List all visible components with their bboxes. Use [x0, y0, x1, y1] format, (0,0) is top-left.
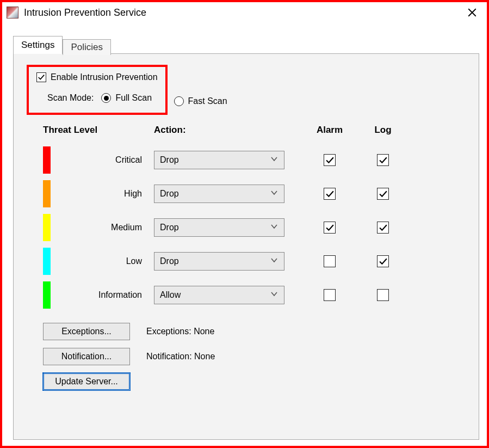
- action-value-information: Allow: [160, 290, 181, 300]
- threat-color-high: [43, 180, 51, 207]
- header-alarm: Alarm: [305, 125, 354, 136]
- scan-mode-full-radio[interactable]: Full Scan: [101, 93, 152, 103]
- update-server-button[interactable]: Update Server...: [43, 373, 130, 390]
- chevron-down-icon: [270, 222, 278, 233]
- action-value-critical: Drop: [160, 155, 179, 165]
- window-frame: Intrusion Prevention Service Settings Po…: [0, 0, 489, 448]
- action-value-high: Drop: [160, 189, 179, 199]
- threat-grid: Threat Level Action: Alarm Log CriticalD…: [27, 125, 466, 304]
- close-icon: [467, 8, 477, 17]
- title-bar: Intrusion Prevention Service: [2, 2, 487, 23]
- exceptions-button[interactable]: Exceptions...: [43, 323, 130, 340]
- log-checkbox-low[interactable]: [377, 255, 389, 267]
- threat-label-high: High: [63, 189, 144, 199]
- log-checkbox-critical[interactable]: [377, 154, 389, 166]
- chevron-down-icon: [270, 290, 278, 300]
- radio-selected-icon: [101, 93, 111, 103]
- notification-status: Notification: None: [146, 352, 466, 361]
- threat-color-critical: [43, 146, 51, 174]
- checkmark-icon: [38, 73, 45, 81]
- action-select-information[interactable]: Allow: [154, 286, 284, 304]
- header-threat-level: Threat Level: [43, 125, 144, 136]
- exceptions-status: Exceptions: None: [146, 327, 466, 336]
- tab-strip: Settings Policies: [13, 35, 479, 53]
- threat-label-low: Low: [63, 256, 144, 266]
- alarm-checkbox-low[interactable]: [324, 255, 336, 267]
- alarm-checkbox-medium[interactable]: [324, 222, 336, 234]
- scan-mode-label: Scan Mode:: [47, 93, 94, 103]
- alarm-checkbox-critical[interactable]: [324, 154, 336, 166]
- highlight-annotation: Enable Intrusion Prevention Scan Mode: F…: [27, 65, 168, 115]
- threat-label-medium: Medium: [63, 223, 144, 232]
- action-select-critical[interactable]: Drop: [154, 151, 284, 169]
- chevron-down-icon: [270, 188, 278, 199]
- client-area: Settings Policies Enable Intrusion Preve…: [13, 35, 479, 439]
- close-button[interactable]: [462, 2, 482, 23]
- alarm-checkbox-information[interactable]: [324, 289, 336, 301]
- threat-label-information: Information: [63, 290, 144, 300]
- log-checkbox-information[interactable]: [377, 289, 389, 301]
- threat-label-critical: Critical: [63, 155, 144, 165]
- app-icon: [7, 7, 18, 19]
- log-checkbox-high[interactable]: [377, 188, 389, 200]
- header-log: Log: [364, 125, 402, 136]
- notification-button[interactable]: Notification...: [43, 348, 130, 365]
- threat-color-low: [43, 248, 51, 275]
- action-select-high[interactable]: Drop: [154, 185, 284, 203]
- settings-panel: Enable Intrusion Prevention Scan Mode: F…: [13, 53, 479, 440]
- action-value-medium: Drop: [160, 223, 179, 232]
- tab-settings[interactable]: Settings: [13, 36, 63, 54]
- tab-policies[interactable]: Policies: [63, 39, 111, 55]
- chevron-down-icon: [270, 155, 278, 165]
- enable-ips-checkbox[interactable]: Enable Intrusion Prevention: [36, 72, 158, 82]
- alarm-checkbox-high[interactable]: [324, 188, 336, 200]
- header-action: Action:: [154, 125, 295, 136]
- threat-color-information: [43, 281, 51, 309]
- action-select-medium[interactable]: Drop: [154, 218, 284, 237]
- radio-unselected-icon: [174, 96, 184, 106]
- scan-mode-fast-radio[interactable]: Fast Scan: [174, 96, 227, 106]
- threat-color-medium: [43, 214, 51, 241]
- action-select-low[interactable]: Drop: [154, 252, 284, 271]
- log-checkbox-medium[interactable]: [377, 222, 389, 234]
- action-value-low: Drop: [160, 256, 179, 266]
- enable-ips-label: Enable Intrusion Prevention: [51, 72, 158, 82]
- chevron-down-icon: [270, 256, 278, 267]
- window-title: Intrusion Prevention Service: [24, 7, 146, 19]
